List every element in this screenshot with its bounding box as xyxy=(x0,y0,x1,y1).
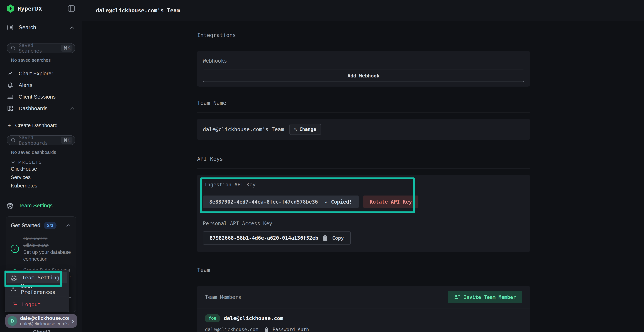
member-name: dale@clickhouse.com xyxy=(224,315,283,321)
sidebar-item-client-sessions[interactable]: Client Sessions xyxy=(0,91,82,102)
bell-icon xyxy=(7,82,14,88)
you-badge: You xyxy=(205,314,220,322)
no-saved-dashboards-note: No saved dashboards xyxy=(11,150,82,155)
avatar: D xyxy=(8,316,17,326)
user-menu-popup: Team Settings User Preferences xyxy=(5,270,69,312)
team-member-row: You dale@clickhouse.com dale@clickhouse.… xyxy=(197,309,530,332)
section-divider xyxy=(197,45,530,45)
clipped-bottom-text: Cloud? xyxy=(33,329,50,332)
sidebar-item-team-settings[interactable]: Team Settings xyxy=(0,200,82,212)
page-header: dale@clickhouse.com's Team xyxy=(82,0,644,21)
section-title-team-name: Team Name xyxy=(197,100,530,106)
preset-services[interactable]: Services xyxy=(0,173,82,182)
personal-key-chip[interactable]: 87982668-58b1-4d6e-a620-014a136f52eb Cop… xyxy=(203,232,350,244)
preset-clickhouse[interactable]: ClickHouse xyxy=(0,165,82,173)
saved-dashboards-placeholder: Saved Dashboards xyxy=(19,135,58,146)
personal-key-label: Personal API Access Key xyxy=(203,220,524,226)
settings-content: Integrations Webhooks Add Webhook Team N… xyxy=(197,32,530,332)
collapse-sidebar-icon[interactable] xyxy=(68,5,75,12)
copied-status: ✓ Copied! xyxy=(325,199,352,205)
chart-explorer-icon xyxy=(7,70,14,77)
team-name-value: dale@clickhouse.com's Team xyxy=(203,126,284,132)
get-started-title: Get Started xyxy=(11,222,40,229)
main-area: dale@clickhouse.com's Team Integrations … xyxy=(82,0,644,332)
get-started-step-connect[interactable]: ✓ Connect to ClickHouse Set up your data… xyxy=(11,235,72,262)
get-started-progress-badge: 2/3 xyxy=(44,222,56,229)
shortcut-badge: ⌘K xyxy=(61,137,72,144)
sidebar-item-alerts[interactable]: Alerts xyxy=(0,79,82,91)
webhooks-label: Webhooks xyxy=(203,58,524,64)
invite-team-member-button[interactable]: Invite Team Member xyxy=(448,291,522,303)
webhooks-card: Webhooks Add Webhook xyxy=(197,51,530,86)
search-icon xyxy=(10,138,16,143)
api-keys-card: Ingestion API Key 8e887902-4ed7-44ea-8fe… xyxy=(197,174,530,252)
ingestion-key-value: 8e887902-4ed7-44ea-8fec-f47cd578be36 xyxy=(209,199,318,205)
logout-icon xyxy=(10,301,18,308)
section-title-integrations: Integrations xyxy=(197,32,530,38)
saved-searches-placeholder: Saved Searches xyxy=(19,42,58,54)
section-divider xyxy=(0,117,82,117)
section-title-team: Team xyxy=(197,267,530,273)
sidebar-section-search[interactable]: Search xyxy=(0,17,82,38)
chevron-up-icon xyxy=(69,26,75,30)
no-saved-searches-note: No saved searches xyxy=(11,58,82,63)
check-circle-icon: ✓ xyxy=(11,245,19,253)
app-logo[interactable]: HyperDX xyxy=(7,4,68,13)
sidebar-nav: Chart Explorer Alerts Client Sessions xyxy=(0,68,82,117)
saved-searches-input[interactable]: Saved Searches ⌘K xyxy=(6,43,75,53)
team-card: Team Members Invite Team Member xyxy=(197,286,530,332)
preset-kubernetes[interactable]: Kubernetes xyxy=(0,182,82,190)
section-title-api-keys: API Keys xyxy=(197,156,530,162)
create-dashboard-button[interactable]: + Create Dashboard xyxy=(0,120,82,131)
hyperdx-logo-icon xyxy=(7,4,14,13)
clipboard-icon xyxy=(322,235,328,241)
lock-icon xyxy=(264,327,269,332)
member-email: dale@clickhouse.com xyxy=(205,327,258,332)
chevron-up-icon[interactable] xyxy=(65,224,72,228)
saved-dashboards-input[interactable]: Saved Dashboards ⌘K xyxy=(6,135,75,145)
personal-key-value: 87982668-58b1-4d6e-a620-014a136f52eb xyxy=(210,235,318,241)
dashboards-grid-icon xyxy=(7,105,14,112)
chevron-right-icon: › xyxy=(72,318,74,324)
search-section-icon xyxy=(7,24,14,31)
gear-icon xyxy=(10,274,18,281)
sidebar: HyperDX Search xyxy=(0,0,82,332)
chevron-up-icon xyxy=(69,106,75,110)
team-members-label: Team Members xyxy=(205,294,241,300)
chevron-down-icon xyxy=(11,161,16,164)
copy-button: Copy xyxy=(332,235,344,241)
menu-divider xyxy=(8,296,66,297)
menu-item-logout[interactable]: Logout xyxy=(7,299,67,310)
ingestion-key-label: Ingestion API Key xyxy=(204,182,524,188)
user-org: dale@clickhouse.com's xyxy=(20,321,68,326)
presets-toggle[interactable]: PRESETS xyxy=(0,160,82,165)
change-team-name-button[interactable]: ✎ Change xyxy=(290,124,321,135)
search-icon xyxy=(10,45,16,51)
auth-method-label: Password Auth xyxy=(272,327,309,332)
user-email: dale@clickhouse.com xyxy=(20,315,69,321)
ingestion-key-chip[interactable]: 8e887902-4ed7-44ea-8fec-f47cd578be36 ✓ C… xyxy=(203,196,359,208)
rotate-api-key-button[interactable]: Rotate API Key xyxy=(363,196,418,208)
search-section-label: Search xyxy=(18,24,64,31)
add-webhook-button[interactable]: Add Webhook xyxy=(203,70,524,82)
sidebar-item-dashboards[interactable]: Dashboards xyxy=(0,102,82,114)
plus-icon: + xyxy=(8,122,11,129)
menu-item-team-settings[interactable]: Team Settings xyxy=(7,272,67,283)
pencil-icon: ✎ xyxy=(294,127,297,132)
sidebar-item-chart-explorer[interactable]: Chart Explorer xyxy=(0,68,82,79)
person-plus-icon xyxy=(454,294,460,300)
sidebar-top: HyperDX xyxy=(0,0,82,17)
page-title: dale@clickhouse.com's Team xyxy=(96,7,180,14)
app-title: HyperDX xyxy=(18,5,42,12)
shortcut-badge: ⌘K xyxy=(61,44,72,52)
user-gear-icon xyxy=(10,286,17,292)
gear-icon xyxy=(7,202,14,209)
section-divider xyxy=(197,168,530,169)
menu-item-user-preferences[interactable]: User Preferences xyxy=(7,283,67,295)
team-name-card: dale@clickhouse.com's Team ✎ Change xyxy=(197,118,530,140)
laptop-icon xyxy=(7,94,14,100)
user-account-chip[interactable]: D dale@clickhouse.com dale@clickhouse.co… xyxy=(5,314,77,328)
section-divider xyxy=(197,280,530,280)
section-divider xyxy=(197,112,530,113)
